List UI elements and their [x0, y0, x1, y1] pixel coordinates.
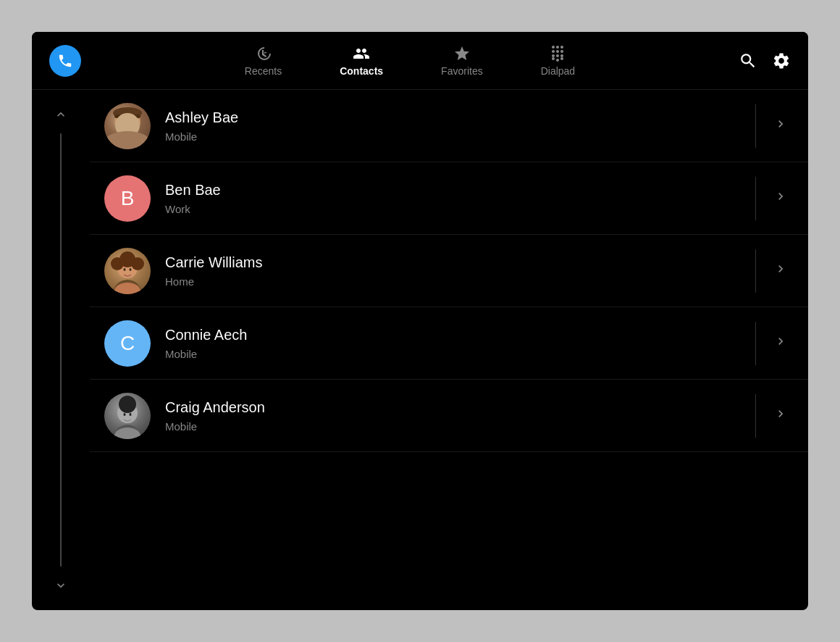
svg-point-19	[130, 413, 132, 416]
scroll-up-button[interactable]	[48, 101, 74, 128]
contact-info-craig-anderson: Craig Anderson Mobile	[151, 399, 744, 433]
svg-point-18	[124, 413, 126, 416]
svg-point-11	[119, 251, 135, 267]
avatar-initial-c: C	[120, 332, 135, 355]
contact-name-carrie-williams: Carrie Williams	[165, 254, 744, 271]
contact-type-ashley-bae: Mobile	[165, 130, 744, 143]
contact-divider-4	[755, 322, 756, 365]
phone-button[interactable]	[49, 45, 81, 77]
contact-divider-2	[755, 177, 756, 220]
tab-recents-label: Recents	[245, 65, 282, 77]
search-button[interactable]	[739, 51, 757, 70]
tab-recents[interactable]: Recents	[216, 39, 311, 83]
contact-divider-3	[755, 249, 756, 293]
scroll-indicator	[60, 133, 62, 567]
svg-point-6	[114, 138, 140, 149]
contact-type-ben-bae: Work	[165, 203, 744, 215]
avatar-craig-anderson	[104, 393, 151, 439]
tab-favorites[interactable]: Favorites	[412, 39, 512, 83]
star-icon	[453, 45, 471, 62]
svg-point-5	[130, 123, 132, 126]
contact-name-ben-bae: Ben Bae	[165, 182, 744, 199]
avatar-initial-b: B	[121, 187, 135, 210]
header-actions	[739, 51, 791, 70]
tab-dialpad-label: Dialpad	[541, 65, 575, 77]
contact-list: Ashley Bae Mobile B Ben Bae Work	[90, 90, 808, 610]
contact-item-craig-anderson[interactable]: Craig Anderson Mobile	[90, 380, 808, 452]
contact-type-carrie-williams: Home	[165, 275, 744, 288]
people-icon	[353, 45, 370, 62]
contact-chevron-craig-anderson[interactable]	[768, 401, 794, 431]
contact-divider-5	[755, 394, 756, 438]
contact-chevron-connie-aech[interactable]	[768, 328, 794, 359]
dialpad-icon	[549, 45, 566, 62]
contact-divider-1	[755, 104, 756, 148]
tab-contacts-label: Contacts	[340, 65, 383, 77]
tab-dialpad[interactable]: Dialpad	[512, 39, 604, 83]
tab-favorites-label: Favorites	[441, 65, 483, 77]
avatar-connie-aech: C	[104, 320, 151, 367]
scroll-down-button[interactable]	[48, 572, 74, 599]
app-container: Recents Contacts Favorites	[32, 32, 808, 610]
svg-point-1	[118, 114, 137, 133]
contact-info-ben-bae: Ben Bae Work	[151, 182, 744, 215]
avatar-carrie-williams	[104, 248, 151, 294]
contact-chevron-ben-bae[interactable]	[768, 183, 794, 214]
contact-type-connie-aech: Mobile	[165, 348, 744, 360]
search-icon	[739, 51, 757, 70]
main-content: Ashley Bae Mobile B Ben Bae Work	[32, 90, 808, 610]
tab-contacts[interactable]: Contacts	[311, 39, 412, 83]
avatar-ben-bae: B	[104, 175, 151, 222]
svg-point-17	[119, 396, 136, 413]
svg-rect-3	[114, 114, 140, 118]
avatar-photo-ashley	[104, 103, 151, 149]
contact-info-connie-aech: Connie Aech Mobile	[151, 327, 744, 360]
contact-name-connie-aech: Connie Aech	[165, 327, 744, 343]
sidebar	[32, 90, 90, 610]
contact-item-ashley-bae[interactable]: Ashley Bae Mobile	[90, 90, 808, 162]
svg-point-12	[124, 268, 126, 271]
chevron-down-icon	[54, 578, 68, 593]
contact-info-carrie-williams: Carrie Williams Home	[151, 254, 744, 288]
contact-info-ashley-bae: Ashley Bae Mobile	[151, 109, 744, 143]
nav-tabs: Recents Contacts Favorites	[81, 39, 739, 83]
svg-point-4	[124, 123, 126, 126]
contact-chevron-ashley-bae[interactable]	[768, 111, 794, 141]
contact-name-craig-anderson: Craig Anderson	[165, 399, 744, 416]
settings-icon	[772, 51, 791, 70]
contact-chevron-carrie-williams[interactable]	[768, 256, 794, 286]
header: Recents Contacts Favorites	[32, 32, 808, 90]
contact-item-ben-bae[interactable]: B Ben Bae Work	[90, 162, 808, 235]
contact-name-ashley-bae: Ashley Bae	[165, 109, 744, 126]
contact-item-carrie-williams[interactable]: Carrie Williams Home	[90, 235, 808, 307]
avatar-photo-craig	[104, 393, 151, 439]
chevron-up-icon	[54, 107, 68, 122]
avatar-photo-carrie	[104, 248, 151, 294]
contact-type-craig-anderson: Mobile	[165, 420, 744, 433]
phone-icon	[57, 53, 73, 69]
avatar-ashley-bae	[104, 103, 151, 149]
svg-point-13	[130, 268, 132, 271]
contact-item-connie-aech[interactable]: C Connie Aech Mobile	[90, 307, 808, 380]
clock-icon	[255, 45, 272, 62]
settings-button[interactable]	[772, 51, 791, 70]
